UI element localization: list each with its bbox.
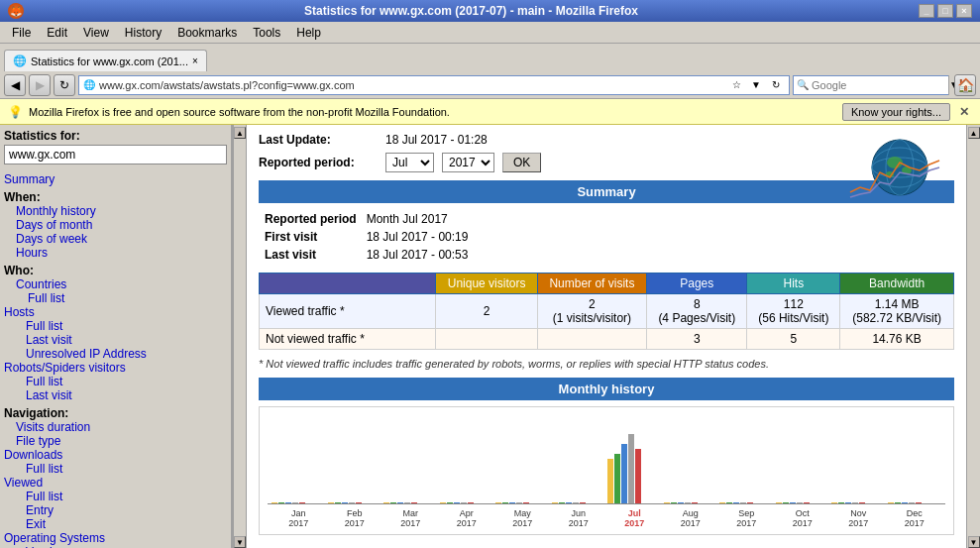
menu-tools[interactable]: Tools [245,24,288,42]
back-button[interactable]: ◀ [4,74,26,96]
menu-view[interactable]: View [75,24,117,42]
sidebar-item-monthly-history[interactable]: Monthly history [16,204,227,218]
sidebar-item-operating-systems[interactable]: Operating Systems [4,531,227,545]
sidebar-item-unresolved-ip[interactable]: Unresolved IP Address [26,347,227,361]
sidebar-item-hosts[interactable]: Hosts [4,305,227,319]
cell-viewed-pages: 8 (4 Pages/Visit) [647,294,747,329]
reported-period-info-label: Reported period [261,211,361,227]
menu-bookmarks[interactable]: Bookmarks [169,24,245,42]
chart-bar [628,434,634,503]
address-bar-icons: ☆ ▼ ↻ [727,76,785,94]
sidebar-item-exit[interactable]: Exit [26,517,227,531]
chart-month-label: Jan2017 [272,508,326,528]
sidebar-item-summary[interactable]: Summary [4,172,227,186]
chart-bar [335,502,341,503]
sidebar-item-last-visit[interactable]: Last visit [26,333,227,347]
refresh-icon[interactable]: ↻ [767,76,785,94]
globe-graphic [845,133,944,202]
sidebar-item-days-of-week[interactable]: Days of week [16,232,227,246]
sidebar: Statistics for: www.gx.com Summary When:… [0,125,233,548]
close-button[interactable]: × [956,4,972,18]
scroll-up-button[interactable]: ▲ [234,127,246,139]
chart-month-label: Jul2017 [607,508,662,528]
chart-bar [726,502,732,503]
chart-bar [552,502,558,503]
chart-bar [390,502,396,503]
sidebar-item-file-type[interactable]: File type [16,434,227,448]
content-scroll-down[interactable]: ▼ [968,536,980,548]
sidebar-item-countries[interactable]: Countries [16,277,227,291]
know-rights-button[interactable]: Know your rights... [842,103,950,121]
info-bar-close-button[interactable]: ✕ [956,104,972,120]
chart-bar [502,502,508,503]
last-update-label: Last Update: [259,133,378,147]
ok-button[interactable]: OK [502,153,541,172]
sidebar-item-full-list-2[interactable]: Full list [26,319,227,333]
sidebar-item-downloads[interactable]: Downloads [4,448,227,462]
chart-bar [328,502,334,503]
chart-month-label: May2017 [495,508,550,528]
year-select[interactable]: 2017 [442,153,494,172]
cell-viewed-unique: 2 [436,294,537,329]
bookmark-list-icon[interactable]: ▼ [747,76,765,94]
sidebar-item-full-list-5[interactable]: Full list [26,490,227,503]
chart-bar [747,502,753,503]
content-panel: Last Update: 18 Jul 2017 - 01:28 Reporte… [247,125,966,548]
sidebar-item-full-list-1[interactable]: Full list [28,291,227,305]
url-display[interactable]: www.gx.com/awstats/awstats.pl?config=www… [99,79,727,91]
chart-bar [895,502,901,503]
first-visit-value: 18 Jul 2017 - 00:19 [363,229,473,245]
content-scroll-up[interactable]: ▲ [968,127,980,139]
sidebar-item-full-list-3[interactable]: Full list [26,375,227,388]
content-scrollbar[interactable]: ▲ ▼ [966,125,980,548]
reported-period-label: Reported period: [259,156,378,169]
info-bar-text: Mozilla Firefox is free and open source … [29,106,836,118]
title-bar: 🦊 Statistics for www.gx.com (2017-07) - … [0,0,980,22]
cell-viewed-visits: 2 (1 visits/visitor) [537,294,646,329]
tab-label: Statistics for www.gx.com (201... [31,55,188,67]
active-tab[interactable]: 🌐 Statistics for www.gx.com (201... × [4,50,207,71]
chart-bar [573,502,579,503]
top-content-area: Last Update: 18 Jul 2017 - 01:28 Reporte… [259,133,954,172]
menu-history[interactable]: History [117,24,169,42]
chart-bar [776,502,782,503]
chart-bar [671,502,677,503]
sidebar-item-last-visit-2[interactable]: Last visit [26,388,227,402]
reported-period-info-value: Month Jul 2017 [363,211,473,227]
content-wrapper: Last Update: 18 Jul 2017 - 01:28 Reporte… [247,125,980,548]
menu-help[interactable]: Help [288,24,329,42]
maximize-button[interactable]: □ [937,4,953,18]
sidebar-item-hours[interactable]: Hours [16,246,227,260]
chart-bar [831,502,837,503]
scroll-down-button[interactable]: ▼ [234,536,246,548]
tab-close-button[interactable]: × [192,55,198,66]
first-visit-label: First visit [261,229,361,245]
reload-button[interactable]: ↻ [54,74,75,96]
chart-bar-group [719,502,774,503]
minimize-button[interactable]: _ [919,4,934,18]
search-input[interactable] [812,76,948,94]
chart-bar [278,502,284,503]
sidebar-item-entry[interactable]: Entry [26,503,227,517]
chart-bars-container [268,415,945,504]
menu-edit[interactable]: Edit [39,24,75,42]
chart-bar-group [664,502,718,503]
month-select[interactable]: JanFebMarApr MayJunJulAug SepOctNovDec [385,153,434,172]
menu-file[interactable]: File [4,24,39,42]
cell-notviewed-pages: 3 [647,329,747,350]
sidebar-item-robots[interactable]: Robots/Spiders visitors [4,361,227,375]
window-title: Statistics for www.gx.com (2017-07) - ma… [24,4,919,18]
chart-bar-group [552,502,606,503]
chart-bar [292,502,298,503]
table-note: * Not viewed traffic includes traffic ge… [259,358,954,370]
sidebar-item-visits-duration[interactable]: Visits duration [16,420,227,434]
bookmark-icon[interactable]: ☆ [727,76,745,94]
chart-bar-group [328,502,382,503]
monthly-history-section-title: Monthly history [259,378,954,400]
sidebar-item-days-of-month[interactable]: Days of month [16,218,227,232]
sidebar-scrollbar[interactable]: ▲ ▼ [233,125,247,548]
sidebar-item-full-list-4[interactable]: Full list [26,462,227,476]
home-button[interactable]: 🏠 [954,74,976,96]
sidebar-item-viewed[interactable]: Viewed [4,476,227,490]
forward-button[interactable]: ▶ [29,74,51,96]
